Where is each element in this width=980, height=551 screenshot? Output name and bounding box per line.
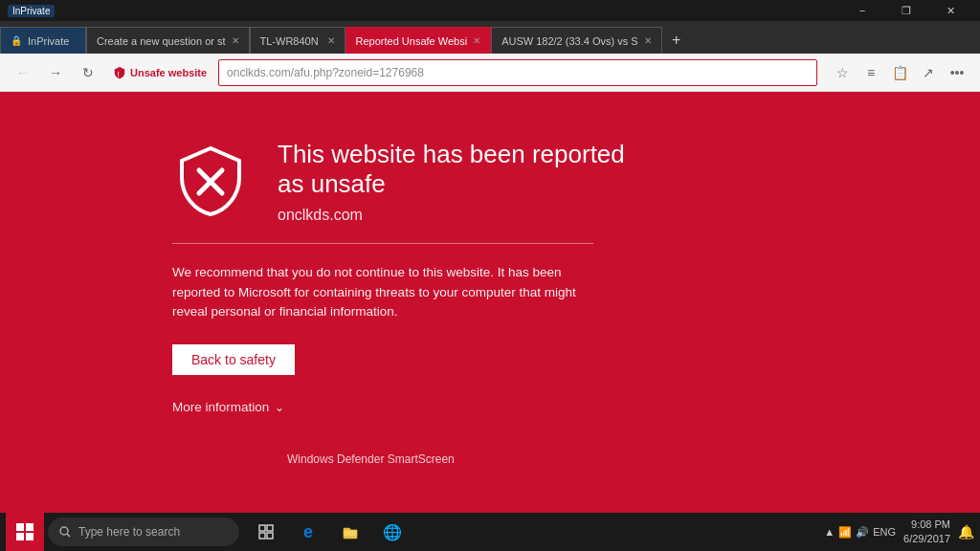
tab-3-active[interactable]: Reported Unsafe Websi ✕ [345,27,492,54]
main-content: This website has been reported as unsafe… [0,92,980,513]
warning-container: This website has been reported as unsafe… [172,140,632,466]
tab-1-label: Create a new question or st [97,35,226,47]
forward-nav-button[interactable]: → [42,59,69,86]
favorites-icon[interactable]: ☆ [829,59,856,86]
window-controls: − ❐ ✕ [840,0,972,21]
tab-4[interactable]: AUSW 182/2 (33.4 Ovs) vs S ✕ [491,27,661,54]
taskbar-search[interactable]: Type here to search [48,518,239,546]
lang-label: ENG [873,526,896,538]
close-button[interactable]: ✕ [928,0,972,21]
unsafe-indicator: ! Unsafe website [107,66,212,79]
search-placeholder: Type here to search [78,525,180,539]
titlebar-left: InPrivate [8,5,55,17]
action-buttons: Back to safety [172,344,632,390]
unsafe-shield-icon [172,143,249,220]
tab-1-close[interactable]: ✕ [232,35,239,46]
share-icon[interactable]: ↗ [915,59,942,86]
tab-3-close[interactable]: ✕ [473,35,480,46]
svg-rect-10 [267,525,273,531]
unsafe-label: Unsafe website [130,67,207,78]
svg-rect-11 [259,533,265,539]
tab-2-close[interactable]: ✕ [327,35,335,46]
more-information-button[interactable]: More information ⌄ [172,400,284,414]
task-view-svg [258,524,274,540]
more-info-label: More information [172,400,269,414]
addressbar: ← → ↻ ! Unsafe website onclkds.com/afu.p… [0,54,980,92]
titlebar: InPrivate − ❐ ✕ [0,0,980,21]
svg-line-8 [67,534,70,537]
date-display: 6/29/2017 [903,532,950,546]
tab-1[interactable]: Create a new question or st ✕ [86,27,250,54]
tab-2-label: TL-WR840N [260,35,319,47]
svg-rect-6 [26,533,33,540]
back-nav-button[interactable]: ← [10,59,36,86]
notes-icon[interactable]: 📋 [886,59,913,86]
arrow-up-icon[interactable]: ▲ [824,526,835,538]
tab-inprivate-label: InPrivate [28,35,69,47]
svg-rect-4 [26,523,33,531]
tab-4-close[interactable]: ✕ [644,35,652,46]
taskview-icon[interactable] [247,513,285,551]
inprivate-badge: InPrivate [8,5,55,17]
tabbar: 🔒 InPrivate Create a new question or st … [0,21,980,54]
chevron-down-icon: ⌄ [275,401,284,414]
edge-browser-icon[interactable]: e [289,513,327,551]
notification-icon[interactable]: 🔔 [958,524,974,540]
new-tab-button[interactable]: + [662,27,691,54]
warning-title: This website has been reported as unsafe [278,140,632,199]
address-url: onclkds.com/afu.php?zoneid=1276968 [227,66,424,79]
warning-title-block: This website has been reported as unsafe… [278,140,632,224]
svg-rect-3 [16,523,24,531]
tab-inprivate[interactable]: 🔒 InPrivate [0,27,86,54]
svg-rect-12 [267,533,273,539]
restore-button[interactable]: ❐ [884,0,928,21]
time-display: 9:08 PM [903,518,950,532]
search-icon [59,526,71,538]
address-field[interactable]: onclkds.com/afu.php?zoneid=1276968 [218,59,817,86]
network-icon[interactable]: 📶 [838,526,852,539]
reading-view-icon[interactable]: ≡ [858,59,884,86]
taskbar-clock[interactable]: 9:08 PM 6/29/2017 [903,518,950,547]
windows-logo-icon [16,523,33,540]
tab-3-label: Reported Unsafe Websi [356,35,468,47]
taskbar-pinned-icons: e 🌐 [247,513,412,551]
svg-point-7 [60,527,68,535]
svg-rect-5 [16,533,24,540]
taskbar: Type here to search e 🌐 ▲ 📶 🔊 ENG [0,513,980,551]
chrome-browser-icon[interactable]: 🌐 [373,513,412,551]
shield-warning-icon: ! [113,66,126,79]
back-to-safety-button[interactable]: Back to safety [172,344,295,375]
toolbar-icons: ☆ ≡ 📋 ↗ ••• [829,59,970,86]
warning-domain: onclkds.com [278,207,632,224]
warning-header: This website has been reported as unsafe… [172,140,632,224]
tab-2[interactable]: TL-WR840N ✕ [250,27,345,54]
more-icon[interactable]: ••• [944,59,970,86]
system-tray: ▲ 📶 🔊 ENG [824,526,896,539]
svg-rect-9 [259,525,265,531]
smartscreen-label: Windows Defender SmartScreen [287,452,632,466]
warning-body: We recommend that you do not continue to… [172,263,593,321]
file-explorer-icon[interactable] [331,513,369,551]
minimize-button[interactable]: − [840,0,884,21]
volume-icon[interactable]: 🔊 [856,526,869,539]
start-button[interactable] [6,513,44,551]
refresh-button[interactable]: ↻ [75,59,101,86]
folder-svg [342,523,359,540]
taskbar-right: ▲ 📶 🔊 ENG 9:08 PM 6/29/2017 🔔 [824,518,974,547]
tab-4-label: AUSW 182/2 (33.4 Ovs) vs S [501,35,637,47]
svg-text:!: ! [117,70,119,77]
